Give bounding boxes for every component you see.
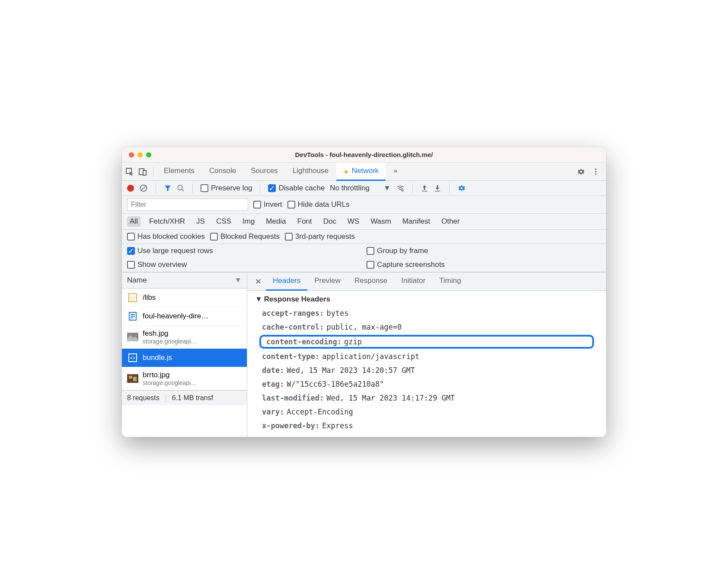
request-list-header[interactable]: Name ▼ <box>122 273 247 289</box>
type-wasm[interactable]: Wasm <box>368 216 394 227</box>
type-manifest[interactable]: Manifest <box>400 216 433 227</box>
search-icon[interactable] <box>177 184 185 192</box>
type-all[interactable]: All <box>127 216 140 227</box>
request-row-selected[interactable]: <> bundle.js <box>122 349 247 367</box>
throttling-select[interactable]: No throttling ▼ <box>330 184 391 193</box>
request-row[interactable]: brrto.jpg storage.googleapi… <box>122 367 247 390</box>
close-window-button[interactable] <box>129 152 134 157</box>
chevron-down-icon: ▼ <box>383 184 391 193</box>
clear-icon[interactable] <box>139 184 148 193</box>
type-other[interactable]: Other <box>439 216 463 227</box>
tab-initiator[interactable]: Initiator <box>394 273 432 291</box>
devtools-window: DevTools - foul-heavenly-direction.glitc… <box>122 147 606 437</box>
type-css[interactable]: CSS <box>214 216 234 227</box>
type-doc[interactable]: Doc <box>321 216 339 227</box>
chevron-down-icon: ▼ <box>234 276 242 285</box>
hide-data-urls-checkbox[interactable]: Hide data URLs <box>287 200 350 209</box>
request-row[interactable]: <> /libs <box>122 289 247 307</box>
header-key: cache-control: <box>262 323 324 331</box>
type-ws[interactable]: WS <box>345 216 362 227</box>
svg-point-8 <box>178 185 182 190</box>
network-conditions-icon[interactable] <box>396 184 405 193</box>
tab-elements[interactable]: Elements <box>157 163 201 181</box>
capture-screenshots-checkbox[interactable]: Capture screenshots <box>367 260 601 269</box>
tab-timing[interactable]: Timing <box>432 273 468 291</box>
response-headers-section[interactable]: ▼ Response Headers <box>255 295 598 304</box>
network-toolbar: Preserve log ✓Disable cache No throttlin… <box>122 181 606 196</box>
type-js[interactable]: JS <box>194 216 208 227</box>
type-font[interactable]: Font <box>295 216 315 227</box>
preserve-log-label: Preserve log <box>211 184 252 193</box>
zoom-window-button[interactable] <box>146 152 151 157</box>
tab-sources[interactable]: Sources <box>244 163 284 181</box>
filter-input[interactable]: Filter <box>127 199 248 211</box>
third-party-checkbox[interactable]: 3rd-party requests <box>285 232 355 241</box>
svg-rect-2 <box>143 170 146 175</box>
tab-preview[interactable]: Preview <box>307 273 347 291</box>
header-row-highlighted: content-encoding:gzip <box>259 335 594 349</box>
svg-text:<>: <> <box>130 295 135 300</box>
header-row: content-type:application/javascript <box>255 350 598 363</box>
invert-checkbox[interactable]: Invert <box>253 200 282 209</box>
inspect-icon[interactable] <box>125 167 134 176</box>
blocked-cookies-checkbox[interactable]: Has blocked cookies <box>127 232 205 241</box>
record-button[interactable] <box>127 185 134 192</box>
svg-line-9 <box>182 189 184 191</box>
disable-cache-checkbox[interactable]: ✓Disable cache <box>268 184 325 193</box>
header-row: accept-ranges:bytes <box>255 306 598 320</box>
detail-tabs: ✕ Headers Preview Response Initiator Tim… <box>247 273 606 291</box>
more-tabs-button[interactable]: » <box>386 163 404 181</box>
header-value: Accept-Encoding <box>287 408 353 416</box>
request-name: brrto.jpg <box>143 371 197 379</box>
upload-har-icon[interactable] <box>421 184 428 192</box>
request-domain: storage.googleapi… <box>143 338 197 345</box>
tab-response[interactable]: Response <box>348 273 395 291</box>
invert-label: Invert <box>264 200 282 209</box>
separator <box>260 183 260 193</box>
type-media[interactable]: Media <box>263 216 288 227</box>
header-value: bytes <box>326 309 348 318</box>
blocked-requests-checkbox[interactable]: Blocked Requests <box>210 232 280 241</box>
group-by-frame-checkbox[interactable]: Group by frame <box>367 247 601 255</box>
filter-icon[interactable] <box>164 184 172 192</box>
tab-network[interactable]: ▲ Network <box>336 163 386 181</box>
header-key: date: <box>262 366 284 375</box>
show-overview-checkbox[interactable]: Show overview <box>127 260 361 269</box>
network-settings-icon[interactable] <box>457 184 466 193</box>
hide-data-label: Hide data URLs <box>298 200 350 209</box>
request-domain: storage.googleapi… <box>143 379 197 386</box>
download-har-icon[interactable] <box>434 184 441 192</box>
tab-lighthouse[interactable]: Lighthouse <box>286 163 335 181</box>
type-img[interactable]: Img <box>240 216 257 227</box>
panel-tabs: Elements Console Sources Lighthouse ▲ Ne… <box>157 163 576 181</box>
minimize-window-button[interactable] <box>137 152 143 157</box>
extra-filters-row: Has blocked cookies Blocked Requests 3rd… <box>122 230 606 244</box>
tab-headers[interactable]: Headers <box>266 273 307 291</box>
tab-console[interactable]: Console <box>202 163 243 181</box>
svg-point-5 <box>595 173 596 175</box>
type-fetch[interactable]: Fetch/XHR <box>147 216 188 227</box>
close-detail-button[interactable]: ✕ <box>251 277 266 286</box>
header-key: vary: <box>262 408 284 416</box>
request-row[interactable]: fesh.jpg storage.googleapi… <box>122 326 247 349</box>
kebab-menu-icon[interactable] <box>591 167 600 176</box>
disclosure-triangle-icon: ▼ <box>255 295 262 304</box>
header-value: W/"15cc63-186e5a210a8" <box>287 380 384 388</box>
blocked-cookies-label: Has blocked cookies <box>137 232 205 241</box>
header-row: date:Wed, 15 Mar 2023 14:20:57 GMT <box>255 363 598 377</box>
settings-icon[interactable] <box>577 167 585 176</box>
third-party-label: 3rd-party requests <box>295 232 355 241</box>
large-rows-checkbox[interactable]: ✓Use large request rows <box>127 247 361 255</box>
header-row: etag:W/"15cc63-186e5a210a8" <box>255 377 598 391</box>
image-icon <box>127 373 138 384</box>
main-split: Name ▼ <> /libs foul-heavenly-dire… <box>122 272 606 437</box>
header-row: x-powered-by:Express <box>255 419 598 433</box>
status-transfer: 6.1 MB transf <box>172 394 213 402</box>
preserve-log-checkbox[interactable]: Preserve log <box>201 184 252 193</box>
device-toggle-icon[interactable] <box>138 167 147 176</box>
show-overview-label: Show overview <box>137 260 187 269</box>
separator <box>192 183 193 193</box>
throttling-label: No throttling <box>330 184 370 193</box>
request-row[interactable]: foul-heavenly-dire… <box>122 307 247 326</box>
svg-rect-21 <box>129 376 132 379</box>
